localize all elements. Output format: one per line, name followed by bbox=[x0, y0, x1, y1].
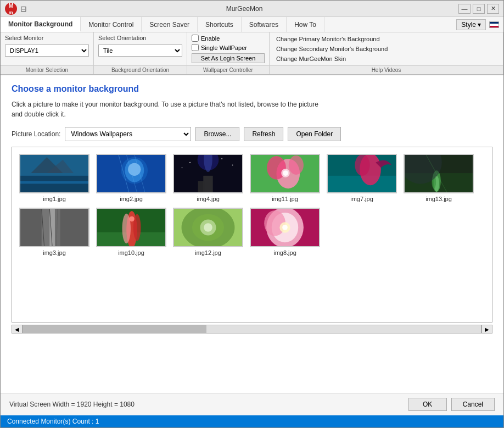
enable-checkbox-row: Enable bbox=[192, 35, 265, 42]
flag-icon bbox=[489, 21, 499, 28]
main-title: Choose a monitor background bbox=[12, 84, 492, 94]
minimize-button[interactable]: — bbox=[458, 4, 471, 14]
list-item[interactable]: img2.jpg bbox=[96, 154, 167, 202]
image-name: img4.jpg bbox=[197, 196, 220, 202]
svg-point-20 bbox=[182, 167, 183, 168]
app-logo: Mm bbox=[5, 3, 17, 15]
maximize-button[interactable]: □ bbox=[473, 4, 485, 14]
tab-monitor-background[interactable]: Monitor Background bbox=[1, 17, 81, 32]
change-primary-bg-item[interactable]: Change Primary Monitor's Background bbox=[274, 35, 499, 43]
status-bar-text: Connected Monitor(s) Count : 1 bbox=[7, 418, 99, 425]
ribbon-background-orientation: Select Orientation Tile Stretch Center F… bbox=[94, 32, 187, 74]
image-name: img13.jpg bbox=[425, 196, 452, 202]
tab-how-to[interactable]: How To bbox=[287, 17, 324, 32]
ribbon-help-menu: Change Primary Monitor's Background Chan… bbox=[270, 32, 503, 74]
ribbon-wallpaper-controller: Enable Single WallPaper Set As Login Scr… bbox=[187, 32, 270, 74]
background-orientation-group-label: Background Orientation bbox=[94, 65, 187, 74]
single-wallpaper-row: Single WallPaper bbox=[192, 44, 265, 51]
image-thumbnail bbox=[19, 208, 89, 247]
svg-rect-15 bbox=[203, 176, 212, 193]
ok-button[interactable]: OK bbox=[408, 398, 447, 411]
close-button[interactable]: ✕ bbox=[487, 4, 499, 14]
single-wallpaper-checkbox[interactable] bbox=[192, 44, 199, 51]
status-text: Virtual Screen Width = 1920 Height = 108… bbox=[9, 401, 408, 408]
image-grid: img1.jpg img2.jpg bbox=[16, 152, 488, 258]
scroll-track bbox=[23, 325, 481, 333]
monitor-select-label: Select Monitor bbox=[5, 35, 89, 41]
enable-label: Enable bbox=[201, 35, 220, 42]
svg-point-62 bbox=[282, 225, 288, 230]
image-thumbnail bbox=[173, 154, 243, 193]
image-name: img2.jpg bbox=[120, 196, 143, 202]
svg-point-49 bbox=[133, 214, 141, 241]
wallpaper-controller-group-label: Wallpaper Controller bbox=[187, 65, 269, 74]
scrollbar-row: ◀ ▶ bbox=[12, 325, 492, 333]
picture-location-row: Picture Location: Windows Wallpapers My … bbox=[12, 127, 492, 141]
image-name: img10.jpg bbox=[118, 249, 144, 256]
scroll-thumb[interactable] bbox=[23, 325, 206, 333]
tab-softwares[interactable]: Softwares bbox=[242, 17, 287, 32]
change-skin-item[interactable]: Change MurGeeMon Skin bbox=[274, 54, 499, 63]
refresh-button[interactable]: Refresh bbox=[244, 127, 283, 141]
window-controls: — □ ✕ bbox=[458, 4, 499, 14]
chevron-down-icon: ▾ bbox=[478, 21, 481, 29]
image-thumbnail bbox=[173, 208, 243, 247]
svg-point-18 bbox=[221, 158, 222, 159]
bottom-bar: Virtual Screen Width = 1920 Height = 108… bbox=[1, 393, 503, 415]
style-button[interactable]: Style ▾ bbox=[456, 19, 486, 30]
image-name: img1.jpg bbox=[43, 196, 66, 202]
menu-bar-right: Style ▾ bbox=[456, 17, 503, 32]
image-thumbnail bbox=[404, 154, 474, 193]
ribbon: Select Monitor DISPLAY1 Monitor Selectio… bbox=[1, 32, 503, 75]
tab-screen-saver[interactable]: Screen Saver bbox=[142, 17, 198, 32]
list-item[interactable]: img13.jpg bbox=[403, 154, 474, 202]
logo-text: Mm bbox=[8, 2, 13, 15]
svg-point-17 bbox=[189, 162, 191, 163]
ribbon-monitor-selection: Select Monitor DISPLAY1 Monitor Selectio… bbox=[1, 32, 94, 74]
enable-checkbox[interactable] bbox=[192, 35, 199, 42]
bottom-buttons: OK Cancel bbox=[408, 398, 495, 411]
list-item[interactable]: img3.jpg bbox=[19, 208, 90, 256]
scroll-left-button[interactable]: ◀ bbox=[12, 325, 23, 333]
image-name: img8.jpg bbox=[273, 249, 296, 256]
change-secondary-bg-item[interactable]: Change Secondary Monitor's Background bbox=[274, 45, 499, 53]
browse-button[interactable]: Browse... bbox=[195, 127, 239, 141]
svg-rect-4 bbox=[20, 181, 88, 184]
single-wallpaper-label: Single WallPaper bbox=[201, 45, 247, 51]
list-item[interactable]: img7.jpg bbox=[326, 154, 397, 202]
picture-location-label: Picture Location: bbox=[12, 130, 60, 138]
set-login-screen-button[interactable]: Set As Login Screen bbox=[192, 53, 265, 63]
main-description: Click a picture to make it your monitor … bbox=[12, 99, 492, 119]
image-thumbnail bbox=[250, 154, 320, 193]
image-thumbnail bbox=[96, 154, 166, 193]
main-content: Choose a monitor background Click a pict… bbox=[1, 75, 503, 393]
cancel-button[interactable]: Cancel bbox=[451, 398, 495, 411]
open-folder-button[interactable]: Open Folder bbox=[288, 127, 341, 141]
scroll-right-button[interactable]: ▶ bbox=[481, 325, 492, 333]
svg-point-19 bbox=[232, 165, 233, 166]
list-item[interactable]: img11.jpg bbox=[249, 154, 321, 202]
help-group-label: Help Videos bbox=[270, 65, 503, 74]
tab-shortcuts[interactable]: Shortcuts bbox=[198, 17, 242, 32]
list-item[interactable]: img12.jpg bbox=[172, 208, 244, 256]
orientation-select-dropdown[interactable]: Tile Stretch Center Fit Fill bbox=[98, 45, 182, 57]
svg-rect-16 bbox=[198, 181, 205, 193]
picture-location-dropdown[interactable]: Windows Wallpapers My Pictures Custom Fo… bbox=[65, 127, 191, 141]
image-name: img11.jpg bbox=[272, 196, 298, 202]
svg-point-50 bbox=[129, 216, 135, 222]
svg-point-8 bbox=[128, 163, 141, 176]
monitor-selection-group-label: Monitor Selection bbox=[1, 65, 93, 74]
tab-monitor-control[interactable]: Monitor Control bbox=[81, 17, 142, 32]
image-grid-container: img1.jpg img2.jpg bbox=[12, 147, 492, 323]
svg-rect-1 bbox=[20, 176, 88, 193]
list-item[interactable]: img4.jpg bbox=[172, 154, 244, 202]
monitor-select-dropdown[interactable]: DISPLAY1 bbox=[5, 45, 89, 57]
orientation-select-label: Select Orientation bbox=[98, 35, 182, 41]
app-icon: ⊟ bbox=[20, 4, 27, 13]
image-name: img12.jpg bbox=[195, 249, 221, 256]
menu-bar: Monitor Background Monitor Control Scree… bbox=[1, 17, 503, 32]
svg-point-30 bbox=[355, 154, 369, 176]
list-item[interactable]: img1.jpg bbox=[19, 154, 90, 202]
list-item[interactable]: img10.jpg bbox=[96, 208, 167, 256]
list-item[interactable]: img8.jpg bbox=[249, 208, 321, 256]
